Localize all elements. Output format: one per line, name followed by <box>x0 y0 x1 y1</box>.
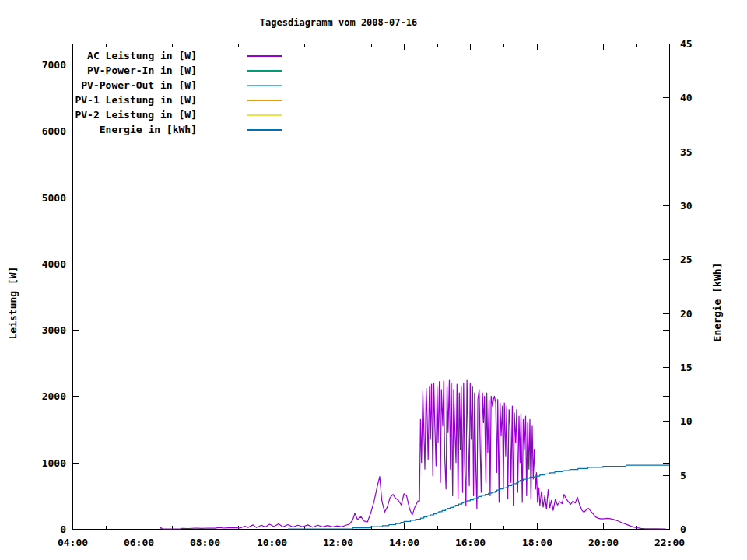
x-tick-label: 20:00 <box>588 537 619 548</box>
y2-tick-label: 20 <box>680 308 693 320</box>
daily-pv-chart-page: Tagesdiagramm vom 2008-07-16 AC Leistung… <box>0 0 747 560</box>
x-tick-label: 14:00 <box>389 537 419 548</box>
plot-canvas: 04:0006:0008:0010:0012:0014:0016:0018:00… <box>0 0 747 560</box>
y1-tick-label: 3000 <box>42 324 66 336</box>
y2-tick-label: 15 <box>680 362 693 373</box>
series-line-ac-leistung-in-w <box>160 380 666 529</box>
y1-tick-label: 7000 <box>42 59 66 71</box>
x-tick-label: 12:00 <box>323 537 353 548</box>
x-tick-label: 18:00 <box>522 537 552 548</box>
plot-border <box>73 44 670 530</box>
y1-tick-label: 0 <box>60 523 66 535</box>
x-tick-label: 04:00 <box>58 537 88 548</box>
y2-tick-label: 10 <box>680 415 693 427</box>
y2-tick-label: 0 <box>680 523 686 535</box>
y1-tick-label: 2000 <box>42 390 66 402</box>
x-tick-label: 06:00 <box>124 537 154 548</box>
y1-tick-label: 4000 <box>42 258 66 270</box>
x-tick-label: 16:00 <box>455 537 486 548</box>
x-tick-label: 10:00 <box>257 537 287 548</box>
y1-tick-label: 5000 <box>42 192 66 204</box>
y2-tick-label: 25 <box>680 254 693 265</box>
y2-tick-label: 30 <box>680 200 693 212</box>
y2-tick-label: 35 <box>680 146 693 158</box>
x-tick-label: 08:00 <box>190 537 220 548</box>
y1-tick-label: 1000 <box>42 457 66 469</box>
y2-tick-label: 40 <box>680 92 693 103</box>
x-tick-label: 22:00 <box>654 537 685 548</box>
y1-tick-label: 6000 <box>42 125 66 137</box>
y2-tick-label: 45 <box>680 38 693 50</box>
y2-tick-label: 5 <box>680 470 686 481</box>
